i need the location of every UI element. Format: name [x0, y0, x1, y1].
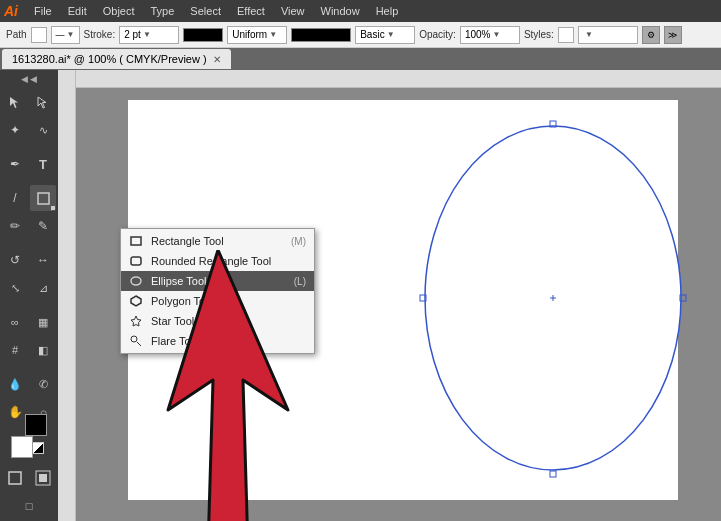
stroke-line-preview — [183, 28, 223, 42]
svg-point-13 — [131, 277, 141, 285]
ellipse-tool-item[interactable]: Ellipse Tool (L) — [121, 271, 314, 291]
rounded-rectangle-tool-label: Rounded Rectangle Tool — [151, 255, 271, 267]
document-tabs: 1613280.ai* @ 100% ( CMYK/Preview ) ✕ — [0, 48, 721, 70]
opacity-label: Opacity: — [419, 29, 456, 40]
reflect-tool-btn[interactable]: ↔ — [30, 247, 56, 273]
opacity-dropdown[interactable]: 100% ▼ — [460, 26, 520, 44]
selection-tool-btn[interactable] — [2, 89, 28, 115]
path-label: Path — [6, 29, 27, 40]
star-tool-item[interactable]: Star Tool — [121, 311, 314, 331]
panel-arrow-right[interactable]: ◀ — [30, 74, 37, 84]
svg-rect-0 — [38, 193, 49, 204]
stroke-style-box[interactable]: — ▼ — [51, 26, 80, 44]
rounded-rectangle-tool-item[interactable]: Rounded Rectangle Tool — [121, 251, 314, 271]
polygon-tool-icon — [129, 294, 143, 308]
menu-file[interactable]: File — [26, 3, 60, 19]
type-tool-btn[interactable]: T — [30, 151, 56, 177]
menu-help[interactable]: Help — [368, 3, 407, 19]
tab-close-btn[interactable]: ✕ — [213, 54, 221, 65]
draw-inside-btn[interactable] — [30, 465, 56, 491]
ellipse-shape — [418, 120, 688, 480]
menu-effect[interactable]: Effect — [229, 3, 273, 19]
rectangle-tool-label: Rectangle Tool — [151, 235, 224, 247]
stroke-profile-preview — [291, 28, 351, 42]
panel-arrow-left[interactable]: ◀ — [21, 74, 28, 84]
magic-wand-tool-btn[interactable]: ✦ — [2, 117, 28, 143]
pen-tool-btn[interactable]: ✒ — [2, 151, 28, 177]
flare-tool-label: Flare Tool — [151, 335, 199, 347]
menu-view[interactable]: View — [273, 3, 313, 19]
foreground-color-swatch[interactable] — [11, 436, 33, 458]
polygon-tool-item[interactable]: Polygon Tool — [121, 291, 314, 311]
svg-line-17 — [137, 342, 141, 346]
stroke-color-swatch[interactable] — [31, 27, 47, 43]
svg-rect-6 — [550, 471, 556, 477]
ellipse-tool-icon — [129, 274, 143, 288]
shape-tool-flyout: Rectangle Tool (M) Rounded Rectangle Too… — [120, 228, 315, 354]
svg-rect-1 — [9, 472, 21, 484]
svg-marker-15 — [131, 316, 141, 326]
menu-select[interactable]: Select — [182, 3, 229, 19]
measure-tool-btn[interactable]: ✆ — [30, 371, 56, 397]
star-tool-icon — [129, 314, 143, 328]
flare-tool-item[interactable]: Flare Tool — [121, 331, 314, 351]
document-tab[interactable]: 1613280.ai* @ 100% ( CMYK/Preview ) ✕ — [2, 49, 231, 69]
rounded-rectangle-tool-icon — [129, 254, 143, 268]
shear-tool-btn[interactable]: ⊿ — [30, 275, 56, 301]
star-tool-label: Star Tool — [151, 315, 194, 327]
styles-dropdown[interactable]: ▼ — [578, 26, 638, 44]
mesh-tool-btn[interactable]: # — [2, 337, 28, 363]
polygon-tool-label: Polygon Tool — [151, 295, 214, 307]
menu-object[interactable]: Object — [95, 3, 143, 19]
svg-rect-12 — [131, 257, 141, 265]
toolbox: ◀ ◀ ✦ ∿ ✒ T — [0, 70, 58, 521]
eyedropper-tool-btn[interactable]: 💧 — [2, 371, 28, 397]
menu-edit[interactable]: Edit — [60, 3, 95, 19]
svg-rect-11 — [131, 237, 141, 245]
svg-rect-3 — [39, 474, 47, 482]
paintbrush-tool-btn[interactable]: ✏ — [2, 213, 28, 239]
rotate-tool-btn[interactable]: ↺ — [2, 247, 28, 273]
direct-selection-tool-btn[interactable] — [30, 89, 56, 115]
gradient-tool-btn[interactable]: ◧ — [30, 337, 56, 363]
shape-tool-btn[interactable]: ▶ — [30, 185, 56, 211]
main-area: ◀ ◀ ✦ ∿ ✒ T — [0, 70, 721, 521]
svg-marker-14 — [131, 296, 141, 306]
scale-tool-btn[interactable]: ⤡ — [2, 275, 28, 301]
svg-point-16 — [131, 336, 137, 342]
doc-tab-name: 1613280.ai* @ 100% ( CMYK/Preview ) — [12, 53, 207, 65]
blend-tool-btn[interactable]: ∞ — [2, 309, 28, 335]
menu-bar: Ai File Edit Object Type Select Effect V… — [0, 0, 721, 22]
styles-swatch[interactable] — [558, 27, 574, 43]
canvas-area: ◀◀ — [58, 70, 721, 521]
variable-width-dropdown[interactable]: Uniform ▼ — [227, 26, 287, 44]
screen-mode-btn[interactable]: □ — [16, 493, 42, 519]
menu-window[interactable]: Window — [313, 3, 368, 19]
draw-normal-btn[interactable] — [2, 465, 28, 491]
ellipse-tool-label: Ellipse Tool — [151, 275, 206, 287]
default-colors-btn[interactable] — [32, 442, 44, 454]
menu-type[interactable]: Type — [143, 3, 183, 19]
stroke-width-dropdown[interactable]: 2 pt ▼ — [119, 26, 179, 44]
options-settings-btn[interactable]: ⚙ — [642, 26, 660, 44]
options-expand-btn[interactable]: ≫ — [664, 26, 682, 44]
rectangle-tool-icon — [129, 234, 143, 248]
brush-definition-dropdown[interactable]: Basic ▼ — [355, 26, 415, 44]
background-color-swatch[interactable] — [25, 414, 47, 436]
flare-tool-icon — [129, 334, 143, 348]
options-bar: Path — ▼ Stroke: 2 pt ▼ Uniform ▼ Basic … — [0, 22, 721, 48]
rectangle-tool-item[interactable]: Rectangle Tool (M) — [121, 231, 314, 251]
ellipse-tool-shortcut: (L) — [294, 276, 306, 287]
lasso-tool-btn[interactable]: ∿ — [30, 117, 56, 143]
line-tool-btn[interactable]: / — [2, 185, 28, 211]
vertical-ruler — [58, 70, 76, 521]
app-logo: Ai — [4, 3, 18, 19]
stroke-label: Stroke: — [84, 29, 116, 40]
styles-label: Styles: — [524, 29, 554, 40]
column-graph-btn[interactable]: ▦ — [30, 309, 56, 335]
rectangle-tool-shortcut: (M) — [291, 236, 306, 247]
pencil-tool-btn[interactable]: ✎ — [30, 213, 56, 239]
horizontal-ruler: ◀◀ — [58, 70, 721, 88]
